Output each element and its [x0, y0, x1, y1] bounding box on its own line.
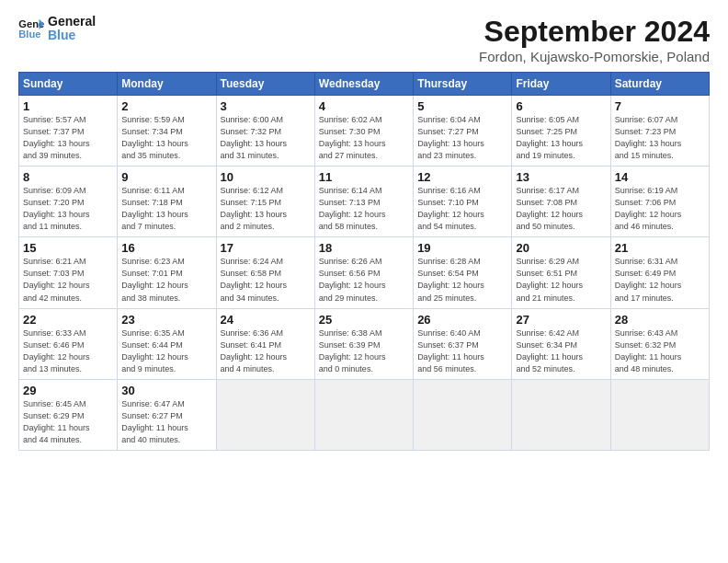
calendar-cell	[610, 379, 709, 450]
calendar-week-row: 29Sunrise: 6:45 AM Sunset: 6:29 PM Dayli…	[19, 379, 710, 450]
calendar-cell: 27Sunrise: 6:42 AM Sunset: 6:34 PM Dayli…	[512, 308, 610, 379]
calendar-cell: 14Sunrise: 6:19 AM Sunset: 7:06 PM Dayli…	[610, 167, 709, 237]
day-info: Sunrise: 6:23 AM Sunset: 7:01 PM Dayligh…	[121, 256, 211, 304]
day-info: Sunrise: 6:19 AM Sunset: 7:06 PM Dayligh…	[615, 185, 705, 233]
day-number: 15	[23, 241, 113, 255]
day-info: Sunrise: 6:35 AM Sunset: 6:44 PM Dayligh…	[121, 327, 211, 375]
day-number: 26	[417, 313, 507, 327]
title-block: September 2024 Fordon, Kujawsko-Pomorski…	[479, 15, 710, 64]
day-info: Sunrise: 6:17 AM Sunset: 7:08 PM Dayligh…	[516, 185, 606, 233]
calendar-cell	[512, 379, 610, 450]
calendar-cell: 5Sunrise: 6:04 AM Sunset: 7:27 PM Daylig…	[414, 96, 512, 167]
day-number: 30	[121, 384, 211, 397]
weekday-header: Friday	[512, 73, 610, 96]
weekday-header: Sunday	[19, 73, 118, 96]
calendar-cell: 2Sunrise: 5:59 AM Sunset: 7:34 PM Daylig…	[118, 96, 216, 167]
day-number: 28	[615, 313, 705, 327]
calendar-cell: 1Sunrise: 5:57 AM Sunset: 7:37 PM Daylig…	[19, 96, 118, 167]
weekday-header: Tuesday	[216, 73, 314, 96]
calendar-cell: 3Sunrise: 6:00 AM Sunset: 7:32 PM Daylig…	[216, 96, 314, 167]
day-info: Sunrise: 6:04 AM Sunset: 7:27 PM Dayligh…	[417, 114, 507, 162]
calendar-cell: 16Sunrise: 6:23 AM Sunset: 7:01 PM Dayli…	[118, 237, 216, 308]
day-info: Sunrise: 6:47 AM Sunset: 6:27 PM Dayligh…	[121, 398, 211, 446]
calendar-cell: 30Sunrise: 6:47 AM Sunset: 6:27 PM Dayli…	[118, 379, 216, 450]
day-info: Sunrise: 6:14 AM Sunset: 7:13 PM Dayligh…	[319, 185, 409, 233]
day-number: 4	[319, 99, 409, 113]
logo: General Blue General Blue	[18, 15, 96, 43]
day-number: 7	[615, 99, 705, 113]
day-number: 6	[516, 99, 606, 113]
day-number: 22	[23, 313, 113, 327]
weekday-header: Saturday	[610, 73, 709, 96]
day-info: Sunrise: 6:43 AM Sunset: 6:32 PM Dayligh…	[615, 327, 705, 375]
day-info: Sunrise: 6:33 AM Sunset: 6:46 PM Dayligh…	[23, 327, 113, 375]
day-number: 20	[516, 241, 606, 255]
calendar-week-row: 15Sunrise: 6:21 AM Sunset: 7:03 PM Dayli…	[19, 237, 710, 308]
calendar-table: SundayMondayTuesdayWednesdayThursdayFrid…	[18, 72, 710, 451]
day-number: 16	[121, 241, 211, 255]
calendar-cell	[216, 379, 314, 450]
day-info: Sunrise: 6:21 AM Sunset: 7:03 PM Dayligh…	[23, 256, 113, 304]
day-number: 23	[121, 313, 211, 327]
day-info: Sunrise: 6:38 AM Sunset: 6:39 PM Dayligh…	[319, 327, 409, 375]
day-info: Sunrise: 6:24 AM Sunset: 6:58 PM Dayligh…	[221, 256, 311, 304]
weekday-header: Monday	[118, 73, 216, 96]
calendar-subtitle: Fordon, Kujawsko-Pomorskie, Poland	[479, 49, 710, 64]
logo-line1: General	[48, 15, 96, 29]
weekday-header: Thursday	[414, 73, 512, 96]
weekday-header: Wednesday	[314, 73, 413, 96]
header: General Blue General Blue September 2024…	[18, 15, 710, 64]
calendar-cell: 29Sunrise: 6:45 AM Sunset: 6:29 PM Dayli…	[19, 379, 118, 450]
calendar-cell: 17Sunrise: 6:24 AM Sunset: 6:58 PM Dayli…	[216, 237, 314, 308]
calendar-cell: 26Sunrise: 6:40 AM Sunset: 6:37 PM Dayli…	[414, 308, 512, 379]
calendar-cell: 11Sunrise: 6:14 AM Sunset: 7:13 PM Dayli…	[314, 167, 413, 237]
day-number: 29	[23, 384, 113, 397]
day-info: Sunrise: 6:16 AM Sunset: 7:10 PM Dayligh…	[417, 185, 507, 233]
day-info: Sunrise: 6:40 AM Sunset: 6:37 PM Dayligh…	[417, 327, 507, 375]
calendar-cell: 24Sunrise: 6:36 AM Sunset: 6:41 PM Dayli…	[216, 308, 314, 379]
calendar-cell	[414, 379, 512, 450]
page: General Blue General Blue September 2024…	[0, 0, 728, 563]
calendar-week-row: 1Sunrise: 5:57 AM Sunset: 7:37 PM Daylig…	[19, 96, 710, 167]
calendar-body: 1Sunrise: 5:57 AM Sunset: 7:37 PM Daylig…	[19, 96, 710, 451]
svg-text:Blue: Blue	[18, 29, 40, 40]
calendar-title: September 2024	[479, 15, 710, 49]
day-info: Sunrise: 6:07 AM Sunset: 7:23 PM Dayligh…	[615, 114, 705, 162]
day-info: Sunrise: 6:05 AM Sunset: 7:25 PM Dayligh…	[516, 114, 606, 162]
day-number: 1	[23, 99, 113, 113]
calendar-cell: 12Sunrise: 6:16 AM Sunset: 7:10 PM Dayli…	[414, 167, 512, 237]
calendar-cell	[314, 379, 413, 450]
logo-line2: Blue	[48, 29, 96, 42]
calendar-cell: 10Sunrise: 6:12 AM Sunset: 7:15 PM Dayli…	[216, 167, 314, 237]
weekday-header-row: SundayMondayTuesdayWednesdayThursdayFrid…	[19, 73, 710, 96]
day-info: Sunrise: 6:00 AM Sunset: 7:32 PM Dayligh…	[221, 114, 311, 162]
calendar-cell: 13Sunrise: 6:17 AM Sunset: 7:08 PM Dayli…	[512, 167, 610, 237]
day-info: Sunrise: 5:59 AM Sunset: 7:34 PM Dayligh…	[121, 114, 211, 162]
day-info: Sunrise: 6:31 AM Sunset: 6:49 PM Dayligh…	[615, 256, 705, 304]
calendar-cell: 18Sunrise: 6:26 AM Sunset: 6:56 PM Dayli…	[314, 237, 413, 308]
day-number: 10	[221, 170, 311, 184]
calendar-cell: 23Sunrise: 6:35 AM Sunset: 6:44 PM Dayli…	[118, 308, 216, 379]
day-info: Sunrise: 6:45 AM Sunset: 6:29 PM Dayligh…	[23, 398, 113, 446]
day-info: Sunrise: 5:57 AM Sunset: 7:37 PM Dayligh…	[23, 114, 113, 162]
calendar-cell: 28Sunrise: 6:43 AM Sunset: 6:32 PM Dayli…	[610, 308, 709, 379]
calendar-cell: 21Sunrise: 6:31 AM Sunset: 6:49 PM Dayli…	[610, 237, 709, 308]
day-number: 5	[417, 99, 507, 113]
calendar-cell: 4Sunrise: 6:02 AM Sunset: 7:30 PM Daylig…	[314, 96, 413, 167]
day-number: 11	[319, 170, 409, 184]
day-number: 19	[417, 241, 507, 255]
calendar-cell: 19Sunrise: 6:28 AM Sunset: 6:54 PM Dayli…	[414, 237, 512, 308]
calendar-cell: 9Sunrise: 6:11 AM Sunset: 7:18 PM Daylig…	[118, 167, 216, 237]
calendar-cell: 8Sunrise: 6:09 AM Sunset: 7:20 PM Daylig…	[19, 167, 118, 237]
calendar-cell: 15Sunrise: 6:21 AM Sunset: 7:03 PM Dayli…	[19, 237, 118, 308]
day-info: Sunrise: 6:26 AM Sunset: 6:56 PM Dayligh…	[319, 256, 409, 304]
calendar-cell: 25Sunrise: 6:38 AM Sunset: 6:39 PM Dayli…	[314, 308, 413, 379]
day-number: 8	[23, 170, 113, 184]
calendar-week-row: 8Sunrise: 6:09 AM Sunset: 7:20 PM Daylig…	[19, 167, 710, 237]
day-number: 12	[417, 170, 507, 184]
logo-icon: General Blue	[18, 17, 44, 40]
day-info: Sunrise: 6:42 AM Sunset: 6:34 PM Dayligh…	[516, 327, 606, 375]
day-info: Sunrise: 6:36 AM Sunset: 6:41 PM Dayligh…	[221, 327, 311, 375]
calendar-week-row: 22Sunrise: 6:33 AM Sunset: 6:46 PM Dayli…	[19, 308, 710, 379]
day-number: 9	[121, 170, 211, 184]
